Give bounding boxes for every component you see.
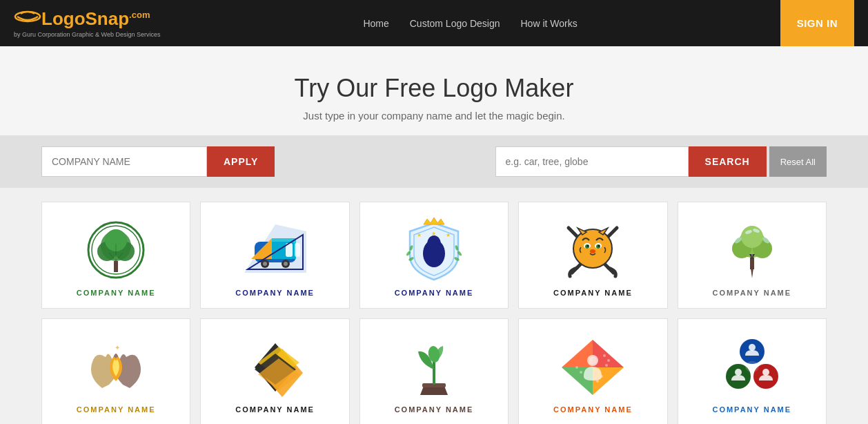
svg-marker-22	[424, 218, 444, 224]
logo-area: LogoSnap.com by Guru Corporation Graphic…	[14, 8, 160, 38]
header: LogoSnap.com by Guru Corporation Graphic…	[0, 0, 868, 46]
svg-point-78	[607, 359, 610, 362]
logo-brand: LogoSnap.com	[41, 8, 150, 30]
hero-subtitle: Just type in your company name and let t…	[14, 110, 854, 122]
logo-card-3[interactable]: ★ ★ ★ COMPANY NAME	[359, 202, 509, 309]
svg-point-76	[589, 356, 597, 365]
logo-card-4[interactable]: COMPANY NAME	[518, 202, 667, 309]
reset-button[interactable]: Reset All	[769, 146, 827, 177]
svg-text:★: ★	[417, 232, 422, 238]
logo-visual-5	[711, 218, 793, 283]
logo-card-9-name: COMPANY NAME	[553, 405, 633, 414]
svg-point-90	[745, 361, 759, 372]
search-bar: APPLY SEARCH Reset All	[0, 135, 868, 188]
svg-point-87	[749, 344, 756, 351]
logo-card-9[interactable]: COMPANY NAME	[518, 318, 667, 424]
svg-text:★: ★	[446, 232, 451, 238]
nav-how[interactable]: How it Works	[521, 18, 578, 29]
logo-visual-3: ★ ★ ★	[393, 218, 475, 283]
svg-rect-16	[295, 243, 300, 257]
logo-card-5[interactable]: COMPANY NAME	[678, 202, 827, 309]
signin-button[interactable]: SIGN IN	[780, 0, 854, 46]
logo-visual-1	[75, 218, 157, 283]
svg-point-77	[603, 354, 606, 357]
keyword-search-input[interactable]	[495, 146, 689, 177]
svg-point-88	[735, 369, 742, 376]
svg-point-26	[435, 244, 443, 249]
logo-card-8-name: COMPANY NAME	[395, 405, 474, 414]
svg-point-46	[598, 245, 600, 247]
svg-point-20	[284, 262, 288, 266]
logo-visual-2	[234, 218, 317, 283]
company-name-input[interactable]	[41, 146, 207, 177]
logo-card-7-name: COMPANY NAME	[235, 405, 315, 414]
search-button[interactable]: SEARCH	[689, 146, 767, 177]
svg-point-81	[575, 366, 578, 369]
svg-point-54	[741, 226, 763, 248]
logo-card-4-name: COMPANY NAME	[553, 289, 633, 297]
logosnap-icon	[14, 10, 41, 29]
logo-card-2-name: COMPANY NAME	[235, 289, 315, 297]
svg-point-79	[605, 364, 608, 367]
main-nav: Home Custom Logo Design How it Works	[363, 18, 577, 29]
logo-card-5-name: COMPANY NAME	[712, 289, 791, 297]
logo-grid: COMPANY NAME	[0, 188, 868, 424]
svg-point-47	[590, 249, 595, 253]
svg-point-82	[600, 375, 603, 378]
nav-home[interactable]: Home	[363, 18, 388, 29]
hero-section: Try Our Free Logo Maker Just type in you…	[0, 46, 868, 135]
logo-card-7[interactable]: COMPANY NAME	[200, 318, 349, 424]
logo-subtitle: by Guru Corporation Graphic & Web Design…	[14, 31, 160, 38]
logo-card-1[interactable]: COMPANY NAME	[41, 202, 190, 309]
logo-visual-10	[711, 334, 793, 400]
svg-point-18	[263, 262, 267, 266]
svg-point-80	[580, 371, 582, 374]
svg-text:★: ★	[431, 231, 436, 237]
apply-button[interactable]: APPLY	[207, 146, 275, 177]
svg-rect-25	[428, 256, 440, 265]
logo-visual-9	[551, 334, 634, 400]
logo-card-6-name: COMPANY NAME	[77, 405, 156, 414]
logo-card-10-name: COMPANY NAME	[712, 405, 791, 414]
logo-card-2[interactable]: COMPANY NAME	[200, 202, 349, 309]
logo-card-8[interactable]: COMPANY NAME	[359, 318, 509, 424]
logo-visual-8	[393, 334, 475, 400]
nav-custom[interactable]: Custom Logo Design	[410, 18, 500, 29]
logo-card-1-name: COMPANY NAME	[77, 289, 156, 297]
logo-visual-6: ✦ ✦	[75, 334, 157, 400]
logo-card-10[interactable]: COMPANY NAME	[678, 318, 827, 424]
svg-text:✦: ✦	[106, 352, 110, 358]
svg-point-89	[762, 369, 769, 376]
svg-point-45	[587, 245, 589, 247]
logo-card-3-name: COMPANY NAME	[395, 289, 474, 297]
svg-rect-3	[114, 261, 118, 272]
logo-visual-4	[551, 218, 634, 283]
hero-title: Try Our Free Logo Maker	[14, 74, 854, 103]
logo-card-6[interactable]: ✦ ✦ COMPANY NAME	[41, 318, 190, 424]
svg-point-40	[579, 233, 606, 264]
svg-text:✦: ✦	[115, 344, 120, 351]
logo-visual-7	[234, 334, 317, 400]
svg-point-83	[596, 380, 599, 383]
